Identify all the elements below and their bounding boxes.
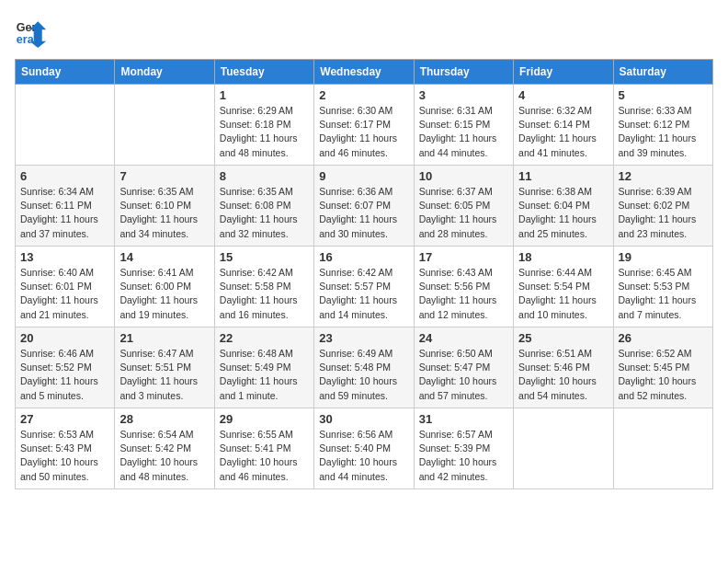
day-info: Sunrise: 6:46 AMSunset: 5:52 PMDaylight:… (20, 347, 109, 403)
day-info: Sunrise: 6:39 AMSunset: 6:02 PMDaylight:… (619, 185, 708, 241)
calendar-cell: 10Sunrise: 6:37 AMSunset: 6:05 PMDayligh… (414, 166, 513, 247)
day-number: 21 (119, 331, 209, 345)
calendar-week-4: 20Sunrise: 6:46 AMSunset: 5:52 PMDayligh… (16, 327, 713, 408)
day-number: 20 (20, 331, 109, 345)
day-info: Sunrise: 6:54 AMSunset: 5:42 PMDaylight:… (119, 428, 209, 484)
day-info: Sunrise: 6:37 AMSunset: 6:05 PMDaylight:… (419, 185, 508, 241)
calendar-week-1: 1Sunrise: 6:29 AMSunset: 6:18 PMDaylight… (16, 85, 713, 166)
day-info: Sunrise: 6:44 AMSunset: 5:54 PMDaylight:… (518, 266, 608, 322)
calendar-week-3: 13Sunrise: 6:40 AMSunset: 6:01 PMDayligh… (16, 247, 713, 327)
day-number: 27 (20, 412, 109, 426)
day-info: Sunrise: 6:53 AMSunset: 5:43 PMDaylight:… (20, 428, 109, 484)
calendar-cell: 26Sunrise: 6:52 AMSunset: 5:45 PMDayligh… (613, 327, 712, 408)
calendar-cell: 24Sunrise: 6:50 AMSunset: 5:47 PMDayligh… (414, 327, 513, 408)
day-info: Sunrise: 6:30 AMSunset: 6:17 PMDaylight:… (319, 104, 408, 160)
day-info: Sunrise: 6:42 AMSunset: 5:57 PMDaylight:… (319, 266, 408, 322)
calendar-cell: 23Sunrise: 6:49 AMSunset: 5:48 PMDayligh… (314, 327, 414, 408)
calendar-cell: 31Sunrise: 6:57 AMSunset: 5:39 PMDayligh… (414, 408, 513, 489)
day-info: Sunrise: 6:57 AMSunset: 5:39 PMDaylight:… (419, 428, 508, 484)
calendar-cell: 3Sunrise: 6:31 AMSunset: 6:15 PMDaylight… (414, 85, 513, 166)
calendar-cell: 27Sunrise: 6:53 AMSunset: 5:43 PMDayligh… (16, 408, 115, 489)
day-number: 31 (419, 412, 508, 426)
calendar-cell: 13Sunrise: 6:40 AMSunset: 6:01 PMDayligh… (16, 247, 115, 327)
day-header-monday: Monday (115, 60, 214, 85)
day-info: Sunrise: 6:50 AMSunset: 5:47 PMDaylight:… (419, 347, 508, 403)
day-number: 10 (419, 169, 508, 183)
calendar-cell: 29Sunrise: 6:55 AMSunset: 5:41 PMDayligh… (214, 408, 313, 489)
day-number: 15 (220, 250, 309, 264)
calendar-cell: 19Sunrise: 6:45 AMSunset: 5:53 PMDayligh… (613, 247, 712, 327)
calendar-cell: 18Sunrise: 6:44 AMSunset: 5:54 PMDayligh… (514, 247, 613, 327)
day-number: 24 (419, 331, 508, 345)
day-info: Sunrise: 6:47 AMSunset: 5:51 PMDaylight:… (119, 347, 209, 403)
day-number: 23 (319, 331, 408, 345)
day-number: 26 (619, 331, 708, 345)
day-number: 3 (419, 88, 508, 102)
day-info: Sunrise: 6:38 AMSunset: 6:04 PMDaylight:… (518, 185, 608, 241)
day-number: 30 (319, 412, 408, 426)
calendar-cell (115, 85, 214, 166)
day-number: 17 (419, 250, 508, 264)
day-number: 8 (220, 169, 309, 183)
calendar-cell: 6Sunrise: 6:34 AMSunset: 6:11 PMDaylight… (16, 166, 115, 247)
day-info: Sunrise: 6:43 AMSunset: 5:56 PMDaylight:… (419, 266, 508, 322)
day-info: Sunrise: 6:49 AMSunset: 5:48 PMDaylight:… (319, 347, 408, 403)
calendar-table: SundayMondayTuesdayWednesdayThursdayFrid… (15, 59, 713, 489)
logo: Gen eral (15, 15, 51, 48)
day-info: Sunrise: 6:33 AMSunset: 6:12 PMDaylight:… (619, 104, 708, 160)
day-header-thursday: Thursday (414, 60, 513, 85)
calendar-cell: 21Sunrise: 6:47 AMSunset: 5:51 PMDayligh… (115, 327, 214, 408)
day-number: 16 (319, 250, 408, 264)
day-number: 12 (619, 169, 708, 183)
calendar-cell: 30Sunrise: 6:56 AMSunset: 5:40 PMDayligh… (314, 408, 414, 489)
day-number: 9 (319, 169, 408, 183)
day-number: 28 (119, 412, 209, 426)
day-info: Sunrise: 6:35 AMSunset: 6:10 PMDaylight:… (119, 185, 209, 241)
calendar-cell (16, 85, 115, 166)
calendar-cell: 5Sunrise: 6:33 AMSunset: 6:12 PMDaylight… (613, 85, 712, 166)
day-info: Sunrise: 6:52 AMSunset: 5:45 PMDaylight:… (619, 347, 708, 403)
day-number: 2 (319, 88, 408, 102)
day-header-tuesday: Tuesday (214, 60, 313, 85)
day-header-friday: Friday (514, 60, 613, 85)
day-number: 25 (518, 331, 608, 345)
day-number: 4 (518, 88, 608, 102)
calendar-cell: 16Sunrise: 6:42 AMSunset: 5:57 PMDayligh… (314, 247, 414, 327)
calendar-header-row: SundayMondayTuesdayWednesdayThursdayFrid… (16, 60, 713, 85)
day-number: 19 (619, 250, 708, 264)
calendar-cell: 20Sunrise: 6:46 AMSunset: 5:52 PMDayligh… (16, 327, 115, 408)
calendar-cell: 22Sunrise: 6:48 AMSunset: 5:49 PMDayligh… (214, 327, 313, 408)
day-number: 11 (518, 169, 608, 183)
day-number: 1 (220, 88, 309, 102)
calendar-cell: 1Sunrise: 6:29 AMSunset: 6:18 PMDaylight… (214, 85, 313, 166)
calendar-week-2: 6Sunrise: 6:34 AMSunset: 6:11 PMDaylight… (16, 166, 713, 247)
day-info: Sunrise: 6:40 AMSunset: 6:01 PMDaylight:… (20, 266, 109, 322)
day-info: Sunrise: 6:29 AMSunset: 6:18 PMDaylight:… (220, 104, 309, 160)
day-info: Sunrise: 6:42 AMSunset: 5:58 PMDaylight:… (220, 266, 309, 322)
calendar-cell: 25Sunrise: 6:51 AMSunset: 5:46 PMDayligh… (514, 327, 613, 408)
calendar-cell: 14Sunrise: 6:41 AMSunset: 6:00 PMDayligh… (115, 247, 214, 327)
day-info: Sunrise: 6:55 AMSunset: 5:41 PMDaylight:… (220, 428, 309, 484)
logo-icon: Gen eral (15, 15, 48, 48)
calendar-cell: 4Sunrise: 6:32 AMSunset: 6:14 PMDaylight… (514, 85, 613, 166)
day-info: Sunrise: 6:34 AMSunset: 6:11 PMDaylight:… (20, 185, 109, 241)
day-info: Sunrise: 6:45 AMSunset: 5:53 PMDaylight:… (619, 266, 708, 322)
day-info: Sunrise: 6:36 AMSunset: 6:07 PMDaylight:… (319, 185, 408, 241)
day-number: 18 (518, 250, 608, 264)
calendar-cell: 11Sunrise: 6:38 AMSunset: 6:04 PMDayligh… (514, 166, 613, 247)
calendar-cell: 17Sunrise: 6:43 AMSunset: 5:56 PMDayligh… (414, 247, 513, 327)
page-header: Gen eral (15, 15, 713, 48)
calendar-cell: 8Sunrise: 6:35 AMSunset: 6:08 PMDaylight… (214, 166, 313, 247)
calendar-week-5: 27Sunrise: 6:53 AMSunset: 5:43 PMDayligh… (16, 408, 713, 489)
day-number: 14 (119, 250, 209, 264)
day-number: 13 (20, 250, 109, 264)
day-header-sunday: Sunday (16, 60, 115, 85)
calendar-cell: 12Sunrise: 6:39 AMSunset: 6:02 PMDayligh… (613, 166, 712, 247)
calendar-cell: 9Sunrise: 6:36 AMSunset: 6:07 PMDaylight… (314, 166, 414, 247)
day-number: 7 (119, 169, 209, 183)
day-info: Sunrise: 6:41 AMSunset: 6:00 PMDaylight:… (119, 266, 209, 322)
day-info: Sunrise: 6:35 AMSunset: 6:08 PMDaylight:… (220, 185, 309, 241)
day-info: Sunrise: 6:31 AMSunset: 6:15 PMDaylight:… (419, 104, 508, 160)
day-info: Sunrise: 6:51 AMSunset: 5:46 PMDaylight:… (518, 347, 608, 403)
day-header-saturday: Saturday (613, 60, 712, 85)
